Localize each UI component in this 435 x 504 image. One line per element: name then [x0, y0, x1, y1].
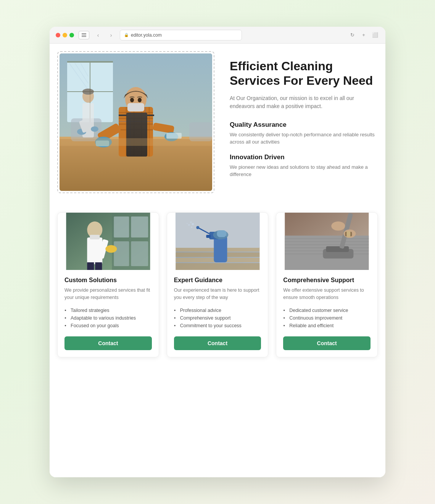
- svg-rect-52: [131, 216, 148, 237]
- list-item: Reliable and efficient: [283, 322, 371, 330]
- card-title-support: Comprehensive Support: [283, 277, 371, 284]
- list-item: Professional advice: [174, 307, 261, 314]
- card-body-expert: Expert Guidance Our experienced team is …: [167, 270, 268, 357]
- hero-image: [60, 53, 212, 191]
- list-item: Comprehensive support: [174, 314, 261, 322]
- svg-rect-94: [347, 231, 351, 237]
- svg-rect-47: [60, 138, 212, 146]
- svg-rect-1: [82, 35, 86, 36]
- list-item: Focused on your goals: [64, 322, 152, 330]
- svg-rect-57: [90, 235, 100, 239]
- card-desc-expert: Our experienced team is here to support …: [174, 287, 261, 301]
- feature-innovation: Innovation Driven We pioneer new ideas a…: [230, 153, 378, 178]
- svg-rect-70: [206, 235, 211, 238]
- feature-innovation-title: Innovation Driven: [230, 153, 378, 161]
- card-body-support: Comprehensive Support We offer extensive…: [276, 270, 377, 357]
- feature-quality-desc: We consistently deliver top-notch perfor…: [230, 131, 378, 146]
- svg-rect-2: [82, 36, 86, 37]
- card-desc-custom: We provide personalized services that fi…: [64, 287, 152, 301]
- contact-button-expert[interactable]: Contact: [174, 336, 261, 350]
- close-window-button[interactable]: [56, 33, 60, 37]
- svg-rect-54: [131, 241, 148, 266]
- card-title-custom: Custom Solutions: [64, 277, 152, 284]
- hero-text: Efficient Cleaning Services For Every Ne…: [230, 51, 378, 186]
- card-desc-support: We offer extensive support services to e…: [283, 287, 371, 301]
- card-list-expert: Professional advice Comprehensive suppor…: [174, 307, 261, 330]
- hero-section: Efficient Cleaning Services For Every Ne…: [57, 51, 378, 193]
- list-item: Adaptable to various industries: [64, 314, 152, 322]
- card-list-support: Dedicated customer service Continuous im…: [283, 307, 371, 330]
- list-item: Continuous improvement: [283, 314, 371, 322]
- cards-section: Custom Solutions We provide personalized…: [57, 208, 378, 361]
- card-title-expert: Expert Guidance: [174, 277, 261, 284]
- contact-button-custom[interactable]: Contact: [64, 336, 152, 350]
- list-item: Commitment to your success: [174, 322, 261, 330]
- custom-solutions-card: Custom Solutions We provide personalized…: [57, 212, 159, 357]
- browser-actions: ↻ + ⬜: [348, 31, 379, 39]
- svg-rect-66: [176, 263, 259, 270]
- svg-point-18: [82, 89, 94, 95]
- traffic-lights: [56, 33, 74, 37]
- url-text: editor.yola.com: [131, 32, 162, 38]
- browser-content: Efficient Cleaning Services For Every Ne…: [50, 44, 385, 477]
- svg-rect-51: [114, 216, 129, 237]
- svg-point-45: [130, 98, 134, 102]
- list-item: Tailored strategies: [64, 307, 152, 314]
- svg-point-91: [332, 221, 345, 231]
- card-image-carpet: [276, 213, 377, 270]
- sidebar-toggle-button[interactable]: [79, 31, 89, 39]
- address-bar[interactable]: 🔒 editor.yola.com: [120, 30, 242, 40]
- back-button[interactable]: ‹: [94, 31, 102, 39]
- expert-guidance-card: Expert Guidance Our experienced team is …: [167, 212, 269, 357]
- comprehensive-support-card: Comprehensive Support We offer extensive…: [276, 212, 378, 357]
- svg-point-77: [187, 223, 188, 224]
- svg-rect-89: [326, 246, 349, 252]
- svg-rect-79: [217, 230, 226, 237]
- svg-rect-0: [82, 33, 86, 34]
- svg-point-73: [192, 223, 194, 225]
- svg-rect-53: [114, 241, 129, 266]
- svg-point-74: [190, 221, 192, 223]
- hero-description: At Our Organization, our mission is to e…: [230, 94, 378, 110]
- feature-quality-title: Quality Assurance: [230, 121, 378, 129]
- browser-window: ‹ › 🔒 editor.yola.com ↻ + ⬜: [50, 27, 385, 477]
- lock-icon: 🔒: [124, 33, 129, 37]
- svg-point-46: [138, 98, 142, 102]
- list-item: Dedicated customer service: [283, 307, 371, 314]
- browser-titlebar: ‹ › 🔒 editor.yola.com ↻ + ⬜: [50, 27, 385, 44]
- refresh-button[interactable]: ↻: [348, 31, 356, 39]
- svg-rect-44: [127, 103, 144, 111]
- hero-image-wrapper: [57, 51, 214, 193]
- contact-button-support[interactable]: Contact: [283, 336, 371, 350]
- svg-rect-48: [166, 133, 182, 139]
- svg-rect-37: [147, 115, 154, 116]
- hero-title: Efficient Cleaning Services For Every Ne…: [230, 59, 378, 88]
- feature-quality: Quality Assurance We consistently delive…: [230, 121, 378, 146]
- minimize-window-button[interactable]: [63, 33, 67, 37]
- add-tab-button[interactable]: +: [359, 31, 368, 39]
- svg-point-75: [188, 224, 190, 226]
- svg-point-20: [91, 126, 98, 132]
- card-image-window: [58, 213, 159, 270]
- svg-rect-36: [119, 115, 127, 116]
- feature-innovation-desc: We pioneer new ideas and solutions to st…: [230, 163, 378, 178]
- extensions-button[interactable]: ⬜: [371, 31, 379, 39]
- card-image-spray: [167, 213, 268, 270]
- svg-rect-68: [214, 236, 227, 262]
- maximize-window-button[interactable]: [69, 33, 74, 37]
- svg-point-59: [105, 245, 117, 253]
- svg-rect-60: [87, 262, 94, 270]
- svg-rect-35: [126, 113, 147, 157]
- svg-rect-61: [95, 262, 102, 270]
- card-list-custom: Tailored strategies Adaptable to various…: [64, 307, 152, 330]
- svg-point-76: [191, 226, 192, 228]
- card-body-custom: Custom Solutions We provide personalized…: [58, 270, 159, 357]
- forward-button[interactable]: ›: [107, 31, 115, 39]
- svg-point-72: [196, 226, 199, 229]
